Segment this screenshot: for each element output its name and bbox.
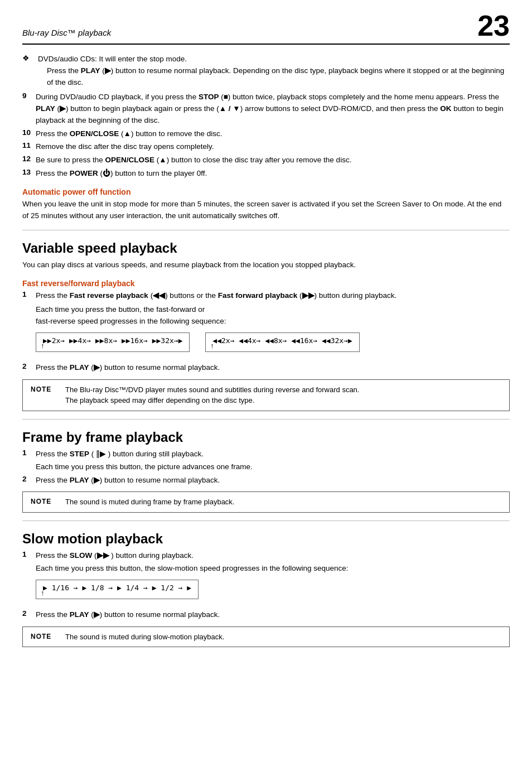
rev-sequence-text: ◀◀2x→ ◀◀4x→ ◀◀8x→ ◀◀16x→ ◀◀32x→▶ (212, 336, 352, 345)
note-box-3: NOTE The sound is muted during slow-moti… (22, 626, 510, 648)
slow-step-1-text: Press the SLOW (▶▶ ) button during playb… (36, 550, 510, 575)
numbered-item-9: 9 During DVD/audio CD playback, if you p… (22, 91, 510, 127)
header-title: Blu-ray Disc™ playback (22, 28, 111, 37)
note-label-3: NOTE (31, 633, 60, 640)
frame-step-2-text: Press the PLAY (▶) button to resume norm… (36, 475, 510, 486)
item-9-text: During DVD/audio CD playback, if you pre… (36, 91, 510, 127)
frame-num-2: 2 (22, 475, 36, 486)
slow-num-2: 2 (22, 609, 36, 621)
numbered-item-12: 12 Be sure to press the OPEN/CLOSE (▲) b… (22, 155, 510, 166)
fast-section-title: Fast reverse/forward playback (22, 279, 510, 288)
num-13: 13 (22, 168, 36, 180)
fast-num-1: 1 (22, 290, 36, 327)
dvd-bullet-text: DVDs/audio CDs: It will enter the stop m… (38, 54, 510, 90)
section-divider-3 (22, 520, 510, 521)
numbered-item-10: 10 Press the OPEN/CLOSE (▲) button to re… (22, 128, 510, 140)
num-11: 11 (22, 141, 36, 153)
item-12-text: Be sure to press the OPEN/CLOSE (▲) butt… (36, 155, 510, 166)
page-number: 23 (477, 11, 510, 40)
rev-sequence-box: ◀◀2x→ ◀◀4x→ ◀◀8x→ ◀◀16x→ ◀◀32x→▶ ↑ (205, 332, 359, 352)
variable-speed-title: Variable speed playback (22, 240, 510, 256)
dvd-bullet-sub: Press the PLAY (▶) button to resume norm… (47, 65, 510, 89)
numbered-item-11: 11 Remove the disc after the disc tray o… (22, 141, 510, 153)
frame-step-2: 2 Press the PLAY (▶) button to resume no… (22, 475, 510, 486)
slow-step-2: 2 Press the PLAY (▶) button to resume no… (22, 609, 510, 621)
auto-power-title: Automatic power off function (22, 187, 510, 196)
fast-num-2: 2 (22, 362, 36, 374)
note-text-3: The sound is muted during slow-motion pl… (65, 632, 224, 643)
fast-step-1-text: Press the Fast reverse playback (◀◀) but… (36, 290, 510, 327)
slow-sequence-box: ▶ 1/16 → ▶ 1/8 → ▶ 1/4 → ▶ 1/2 → ▶ ↑ (36, 580, 199, 599)
frame-by-frame-title: Frame by frame playback (22, 430, 510, 445)
frame-num-1: 1 (22, 449, 36, 473)
page-header: Blu-ray Disc™ playback 23 (22, 11, 510, 45)
fwd-sequence-text: ▶▶2x→ ▶▶4x→ ▶▶8x→ ▶▶16x→ ▶▶32x→▶ (43, 336, 182, 345)
note-label-1: NOTE (31, 385, 60, 393)
fast-step-1: 1 Press the Fast reverse playback (◀◀) b… (22, 290, 510, 327)
note-box-2: NOTE The sound is muted during frame by … (22, 491, 510, 513)
fwd-sequence-box: ▶▶2x→ ▶▶4x→ ▶▶8x→ ▶▶16x→ ▶▶32x→▶ ↑ (36, 332, 190, 352)
fast-step-2-text: Press the PLAY (▶) button to resume norm… (36, 362, 510, 374)
diamond-bullet: ❖ (22, 54, 38, 90)
item-10-text: Press the OPEN/CLOSE (▲) button to remov… (36, 128, 510, 140)
num-10: 10 (22, 128, 36, 140)
section-divider-2 (22, 419, 510, 420)
note-text-1: The Blu-ray Disc™/DVD player mutes sound… (65, 384, 359, 406)
item-13-text: Press the POWER (⏻) button to turn the p… (36, 168, 510, 180)
note-text-2: The sound is muted during frame by frame… (65, 497, 234, 508)
fwd-arrow: ↑ (41, 341, 45, 350)
slow-sequence-text: ▶ 1/16 → ▶ 1/8 → ▶ 1/4 → ▶ 1/2 → ▶ (43, 584, 191, 592)
slow-motion-title: Slow motion playback (22, 531, 510, 547)
slow-step-2-text: Press the PLAY (▶) button to resume norm… (36, 609, 510, 621)
fast-step-2: 2 Press the PLAY (▶) button to resume no… (22, 362, 510, 374)
dvd-bullet-item: ❖ DVDs/audio CDs: It will enter the stop… (22, 54, 510, 90)
variable-speed-intro: You can play discs at various speeds, an… (22, 259, 510, 271)
num-12: 12 (22, 155, 36, 166)
note-box-1: NOTE The Blu-ray Disc™/DVD player mutes … (22, 379, 510, 411)
slow-arrow: ↑ (41, 589, 45, 597)
num-9: 9 (22, 91, 36, 127)
frame-step-1: 1 Press the STEP ( ‖▶ ) button during st… (22, 449, 510, 473)
frame-step-1-text: Press the STEP ( ‖▶ ) button during stil… (36, 449, 510, 473)
rev-arrow: ↑ (210, 341, 214, 350)
item-11-text: Remove the disc after the disc tray open… (36, 141, 510, 153)
slow-num-1: 1 (22, 550, 36, 575)
numbered-item-13: 13 Press the POWER (⏻) button to turn th… (22, 168, 510, 180)
note-label-2: NOTE (31, 498, 60, 505)
auto-power-body: When you leave the unit in stop mode for… (22, 199, 510, 222)
section-divider-1 (22, 230, 510, 230)
slow-step-1: 1 Press the SLOW (▶▶ ) button during pla… (22, 550, 510, 575)
